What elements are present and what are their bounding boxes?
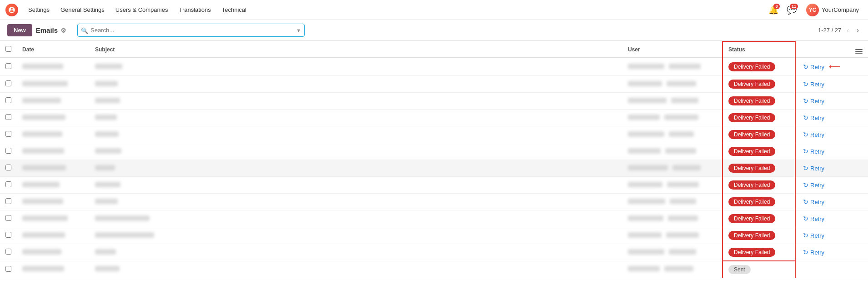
status-cell: Sent	[722, 261, 795, 278]
retry-label: Retry	[810, 131, 824, 138]
user-value-1	[628, 81, 662, 86]
empty-cell	[850, 110, 868, 126]
retry-icon: ↻	[803, 80, 808, 88]
next-page-button[interactable]: ›	[855, 25, 861, 35]
row-checkbox[interactable]	[5, 80, 11, 86]
nav-translations[interactable]: Translations	[174, 5, 215, 15]
retry-button[interactable]: ↻ Retry	[801, 197, 826, 206]
row-checkbox[interactable]	[5, 181, 11, 187]
subject-value	[95, 98, 120, 103]
table-row: Delivery Failed ↻ Retry	[0, 160, 868, 177]
retry-button[interactable]: ↻ Retry	[801, 130, 826, 139]
retry-button[interactable]: ↻ Retry	[801, 147, 826, 156]
retry-button[interactable]: ↻ Retry	[801, 231, 826, 240]
retry-icon: ↻	[803, 249, 808, 256]
row-checkbox-cell	[0, 210, 17, 227]
user-value-2	[669, 131, 694, 137]
notifications-button[interactable]: 🔔 8	[766, 3, 781, 17]
user-value-2	[665, 148, 696, 154]
status-badge: Delivery Failed	[728, 62, 775, 71]
retry-container: ↻ Retry	[801, 130, 844, 139]
messages-button[interactable]: 💬 11	[784, 3, 799, 17]
retry-button[interactable]: ↻ Retry	[801, 164, 826, 173]
emails-table: Date Subject User Status	[0, 41, 868, 278]
column-settings-icon[interactable]	[855, 49, 863, 54]
retry-container: ↻ Retry	[801, 197, 844, 206]
user-cell	[622, 244, 722, 261]
row-checkbox[interactable]	[5, 232, 11, 238]
retry-button[interactable]: ↻ Retry	[801, 96, 826, 105]
retry-label: Retry	[810, 115, 824, 121]
date-cell	[17, 126, 90, 143]
user-value-2	[664, 266, 693, 271]
retry-label: Retry	[810, 199, 824, 205]
row-checkbox[interactable]	[5, 198, 11, 204]
date-value	[22, 266, 64, 271]
subject-cell	[90, 244, 622, 261]
retry-button[interactable]: ↻ Retry	[801, 248, 826, 257]
date-value	[22, 131, 62, 137]
retry-button[interactable]: ↻ Retry	[801, 214, 826, 223]
new-button[interactable]: New	[7, 24, 32, 36]
row-checkbox[interactable]	[5, 114, 11, 120]
table-row: Delivery Failed ↻ Retry	[0, 76, 868, 93]
select-all-header	[0, 41, 17, 58]
subject-cell	[90, 194, 622, 210]
nav-users-companies[interactable]: Users & Companies	[111, 5, 173, 15]
empty-cell	[850, 160, 868, 177]
retry-button[interactable]: ↻ Retry	[801, 62, 826, 71]
row-checkbox[interactable]	[5, 249, 11, 255]
row-checkbox[interactable]	[5, 148, 11, 154]
empty-cell	[850, 227, 868, 244]
table-row: Delivery Failed ↻ Retry	[0, 177, 868, 194]
select-all-checkbox[interactable]	[5, 46, 11, 52]
retry-label: Retry	[810, 81, 824, 88]
user-value-2	[667, 81, 696, 86]
search-input[interactable]	[77, 24, 305, 37]
gear-icon[interactable]: ⚙	[60, 27, 66, 34]
user-value-1	[628, 199, 665, 204]
retry-button[interactable]: ↻ Retry	[801, 180, 826, 190]
subject-value	[95, 215, 150, 221]
prev-page-button[interactable]: ‹	[845, 25, 851, 35]
nav-technical[interactable]: Technical	[217, 5, 251, 15]
retry-container: ↻ Retry	[801, 231, 844, 240]
retry-button[interactable]: ↻ Retry	[801, 113, 826, 122]
status-badge: Delivery Failed	[728, 180, 775, 190]
nav-general-settings[interactable]: General Settings	[56, 5, 109, 15]
date-cell	[17, 110, 90, 126]
status-column-header[interactable]: Status	[722, 41, 795, 58]
user-value-1	[628, 215, 663, 221]
search-dropdown-icon[interactable]: ▼	[296, 28, 301, 33]
row-checkbox[interactable]	[5, 215, 11, 221]
row-checkbox[interactable]	[5, 165, 11, 170]
subject-cell	[90, 76, 622, 93]
top-nav-right: 🔔 8 💬 11 YC YourCompany	[766, 2, 863, 18]
row-checkbox-cell	[0, 58, 17, 76]
retry-button[interactable]: ↻ Retry	[801, 80, 826, 89]
row-checkbox-cell	[0, 160, 17, 177]
row-checkbox[interactable]	[5, 97, 11, 103]
user-value-2	[669, 249, 696, 255]
retry-label: Retry	[810, 215, 824, 222]
date-cell	[17, 244, 90, 261]
row-checkbox[interactable]	[5, 266, 11, 272]
date-value	[22, 98, 61, 103]
user-menu[interactable]: YC YourCompany	[803, 2, 863, 18]
top-nav: Settings General Settings Users & Compan…	[0, 0, 868, 20]
user-cell	[622, 126, 722, 143]
action-column-header	[795, 41, 850, 58]
user-cell	[622, 58, 722, 76]
user-cell	[622, 261, 722, 278]
row-checkbox[interactable]	[5, 131, 11, 137]
action-cell: ↻ Retry	[795, 76, 850, 93]
app-logo[interactable]	[5, 4, 18, 16]
subject-value	[95, 249, 116, 255]
nav-settings[interactable]: Settings	[24, 5, 54, 15]
user-column-header[interactable]: User	[622, 41, 722, 58]
status-badge: Delivery Failed	[728, 80, 775, 89]
date-column-header[interactable]: Date	[17, 41, 90, 58]
row-checkbox[interactable]	[5, 63, 11, 69]
subject-column-header[interactable]: Subject	[90, 41, 622, 58]
retry-label: Retry	[810, 182, 824, 189]
